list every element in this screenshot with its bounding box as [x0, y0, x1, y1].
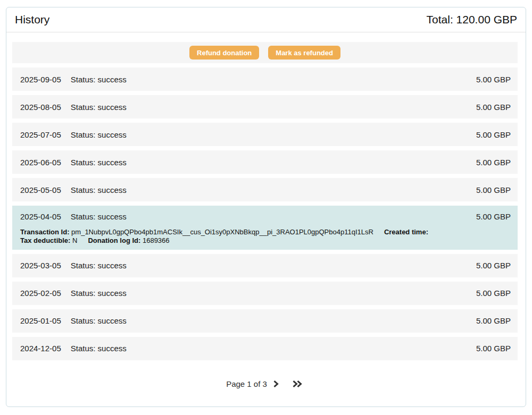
row-status: Status: success: [71, 75, 127, 84]
row-amount: 5.00 GBP: [476, 261, 511, 270]
donation-row[interactable]: 2025-08-05 Status: success 5.00 GBP: [12, 95, 518, 118]
donation-row[interactable]: 2025-09-05 Status: success 5.00 GBP: [12, 67, 518, 91]
donation-row-main: 2025-07-05 Status: success 5.00 GBP: [12, 123, 518, 146]
last-page-button[interactable]: [291, 379, 304, 389]
row-date: 2025-06-05: [20, 158, 61, 167]
row-status: Status: success: [71, 289, 127, 298]
tax-deductible-field: Tax deductible: N: [20, 236, 77, 244]
donation-row[interactable]: 2025-03-05 Status: success 5.00 GBP: [12, 254, 518, 277]
donation-log-id-field: Donation log Id: 1689366: [88, 236, 169, 244]
row-date: 2025-02-05: [20, 289, 61, 298]
row-amount: 5.00 GBP: [476, 103, 511, 112]
next-page-button[interactable]: [271, 379, 280, 389]
row-amount: 5.00 GBP: [476, 130, 511, 139]
donation-row-main: 2025-04-05 Status: success 5.00 GBP: [12, 206, 518, 227]
row-status: Status: success: [71, 103, 127, 112]
donation-list: 2025-09-05 Status: success 5.00 GBP 2025…: [12, 67, 518, 365]
row-date: 2025-04-05: [20, 212, 61, 221]
toolbar: Refund donation Mark as refunded: [12, 42, 518, 63]
double-chevron-right-icon: [292, 380, 303, 388]
donation-row-main: 2025-02-05 Status: success 5.00 GBP: [12, 282, 518, 305]
row-status: Status: success: [71, 261, 127, 270]
chevron-right-icon: [272, 380, 279, 388]
row-status: Status: success: [71, 344, 127, 353]
transaction-id-value: pm_1NubpvL0gpQPbo4pb1mACSIk__cus_Oi1sy0p…: [71, 228, 373, 236]
panel-header: History Total: 120.00 GBP: [6, 7, 526, 32]
total-amount: Total: 120.00 GBP: [427, 13, 517, 26]
row-date: 2025-03-05: [20, 261, 61, 270]
refund-donation-button[interactable]: Refund donation: [189, 46, 259, 60]
row-amount: 5.00 GBP: [476, 212, 511, 221]
donation-row[interactable]: 2025-06-05 Status: success 5.00 GBP: [12, 150, 518, 174]
detail-line-1: Transaction Id: pm_1NubpvL0gpQPbo4pb1mAC…: [20, 228, 511, 236]
row-status: Status: success: [71, 185, 127, 194]
detail-line-2: Tax deductible: NDonation log Id: 168936…: [20, 236, 511, 245]
donation-row[interactable]: 2024-12-05 Status: success 5.00 GBP: [12, 337, 518, 360]
mark-as-refunded-button[interactable]: Mark as refunded: [268, 46, 340, 60]
row-status: Status: success: [71, 158, 127, 167]
tax-deductible-value: N: [72, 236, 77, 244]
history-panel: History Total: 120.00 GBP Refund donatio…: [6, 7, 526, 407]
donation-row[interactable]: 2025-04-05 Status: success 5.00 GBP Tran…: [12, 206, 518, 250]
donation-log-id-label: Donation log Id:: [88, 236, 140, 244]
row-status: Status: success: [71, 316, 127, 325]
row-amount: 5.00 GBP: [476, 344, 511, 353]
row-amount: 5.00 GBP: [476, 75, 511, 84]
created-time-label: Created time:: [384, 228, 428, 236]
donation-row-main: 2025-05-05 Status: success 5.00 GBP: [12, 178, 518, 201]
donation-row[interactable]: 2025-07-05 Status: success 5.00 GBP: [12, 123, 518, 146]
tax-deductible-label: Tax deductible:: [20, 236, 70, 244]
donation-row-main: 2025-09-05 Status: success 5.00 GBP: [12, 67, 518, 91]
donation-row-main: 2025-01-05 Status: success 5.00 GBP: [12, 309, 518, 333]
donation-row-main: 2025-08-05 Status: success 5.00 GBP: [12, 95, 518, 118]
donation-log-id-value: 1689366: [143, 236, 170, 244]
row-details: Transaction Id: pm_1NubpvL0gpQPbo4pb1mAC…: [12, 227, 518, 250]
row-amount: 5.00 GBP: [476, 316, 511, 325]
pagination-label: Page 1 of 3: [226, 379, 267, 388]
donation-row-main: 2024-12-05 Status: success 5.00 GBP: [12, 337, 518, 360]
page-title: History: [15, 13, 49, 26]
row-amount: 5.00 GBP: [476, 289, 511, 298]
row-amount: 5.00 GBP: [476, 185, 511, 194]
row-date: 2025-09-05: [20, 75, 61, 84]
created-time-field: Created time:: [384, 228, 428, 236]
panel-body: Refund donation Mark as refunded 2025-09…: [6, 32, 526, 406]
row-date: 2025-01-05: [20, 316, 61, 325]
donation-row[interactable]: 2025-01-05 Status: success 5.00 GBP: [12, 309, 518, 333]
row-date: 2025-05-05: [20, 185, 61, 194]
row-date: 2024-12-05: [20, 344, 61, 353]
row-date: 2025-08-05: [20, 103, 61, 112]
donation-row-main: 2025-06-05 Status: success 5.00 GBP: [12, 150, 518, 174]
row-status: Status: success: [71, 130, 127, 139]
transaction-id-label: Transaction Id:: [20, 228, 69, 236]
row-amount: 5.00 GBP: [476, 158, 511, 167]
donation-row-main: 2025-03-05 Status: success 5.00 GBP: [12, 254, 518, 277]
row-status: Status: success: [71, 212, 127, 221]
donation-row[interactable]: 2025-05-05 Status: success 5.00 GBP: [12, 178, 518, 201]
row-date: 2025-07-05: [20, 130, 61, 139]
donation-row[interactable]: 2025-02-05 Status: success 5.00 GBP: [12, 282, 518, 305]
pagination: Page 1 of 3: [12, 379, 518, 389]
transaction-id-field: Transaction Id: pm_1NubpvL0gpQPbo4pb1mAC…: [20, 228, 373, 236]
